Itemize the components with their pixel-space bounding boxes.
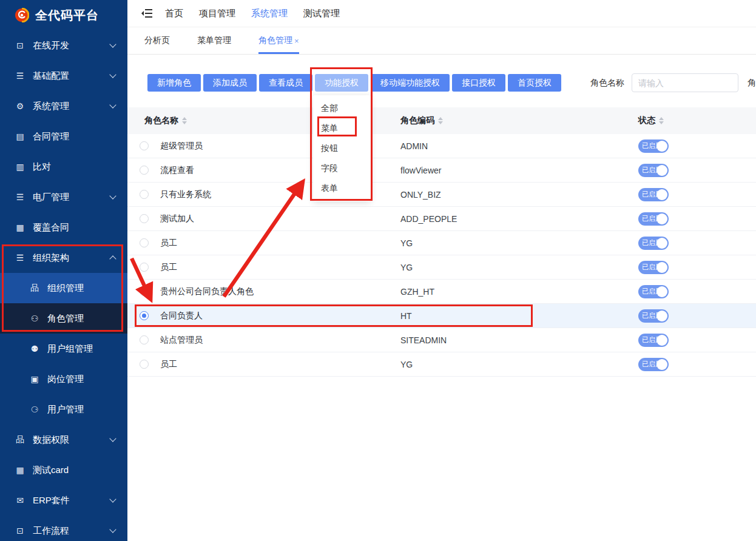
toggle-knob <box>656 213 667 224</box>
sidebar-item[interactable]: ⚙ 系统管理 <box>0 91 127 121</box>
status-toggle[interactable]: 已启用 <box>638 139 669 153</box>
sidebar-item[interactable]: ⊡ 在线开发 <box>0 30 127 61</box>
page-tab[interactable]: 菜单管理 <box>197 27 233 54</box>
table-row[interactable]: 员工 YG 已启用 <box>127 352 756 377</box>
dropdown-item[interactable]: 按钮 <box>313 138 371 158</box>
chevron-icon <box>109 526 116 533</box>
status-toggle[interactable]: 已启用 <box>638 237 669 250</box>
top-navbar: 首页 项目管理 系统管理 测试管理 <box>127 0 756 27</box>
sidebar-item[interactable]: ✉ ERP套件 <box>0 485 127 516</box>
table-row[interactable]: 站点管理员 SITEADMIN 已启用 <box>127 328 756 352</box>
sidebar-item[interactable]: ⚉ 用户组管理 <box>0 334 127 364</box>
calendar-icon: ▦ <box>15 465 25 475</box>
row-radio[interactable] <box>140 238 149 247</box>
sidebar-item[interactable]: ⚆ 用户管理 <box>0 394 127 425</box>
monitor-icon: ⊡ <box>15 526 25 536</box>
table-row[interactable]: 只有业务系统 ONLY_BIZ 已启用 <box>127 183 756 207</box>
role-code-cell: YG <box>400 360 638 369</box>
table-row[interactable]: 员工 YG 已启用 <box>127 255 756 280</box>
sidebar-item[interactable]: ▦ 覆盖合同 <box>0 212 127 243</box>
header-role-code[interactable]: 角色编码 <box>400 115 638 126</box>
status-toggle[interactable]: 已启用 <box>638 285 669 298</box>
sort-icons[interactable] <box>182 117 187 124</box>
status-toggle[interactable]: 已启用 <box>638 334 669 347</box>
sidebar-item[interactable]: 品 组织管理 <box>0 273 127 303</box>
row-radio[interactable] <box>140 263 149 272</box>
sort-icons[interactable] <box>659 117 664 124</box>
dropdown-item[interactable]: 菜单 <box>313 118 371 138</box>
status-toggle[interactable]: 已启用 <box>638 164 669 177</box>
role-icon: ⚇ <box>29 314 40 323</box>
toggle-knob <box>656 238 667 249</box>
sort-icons[interactable] <box>438 117 443 124</box>
toolbar-button[interactable]: 首页授权 <box>508 74 561 92</box>
sidebar-item[interactable]: ☰ 基础配置 <box>0 61 127 91</box>
table-row[interactable]: 合同负责人 HT 已启用 <box>127 304 756 328</box>
toolbar-button[interactable]: 查看成员 <box>259 74 312 92</box>
sidebar-item[interactable]: ▤ 合同管理 <box>0 121 127 152</box>
toolbar-button[interactable]: 接口授权 <box>452 74 505 92</box>
tab-label: 角色管理 <box>258 35 292 46</box>
status-toggle[interactable]: 已启用 <box>638 261 669 274</box>
table-body: 超级管理员 ADMIN 已启用 流程查看 flowViewer 已启用 <box>127 134 756 377</box>
row-radio[interactable] <box>140 360 149 369</box>
top-menu-item[interactable]: 首页 <box>165 8 183 19</box>
toolbar-button[interactable]: 移动端功能授权 <box>371 74 450 92</box>
brand-swirl-icon <box>15 8 29 22</box>
status-toggle[interactable]: 已启用 <box>638 212 669 226</box>
monitor-icon: ⊡ <box>15 41 25 50</box>
tab-label: 菜单管理 <box>197 35 231 46</box>
dropdown-item[interactable]: 表单 <box>313 178 371 198</box>
header-status[interactable]: 状态 <box>638 115 756 126</box>
sidebar-item[interactable]: ☰ 电厂管理 <box>0 182 127 212</box>
role-name-cell: 站点管理员 <box>160 335 400 346</box>
tab-close-icon[interactable]: × <box>294 36 299 45</box>
table-row[interactable]: 流程查看 flowViewer 已启用 <box>127 158 756 183</box>
table-row[interactable]: 测试加人 ADD_PEOPLE 已启用 <box>127 207 756 231</box>
sidebar-item[interactable]: ⚇ 角色管理 <box>0 303 127 334</box>
menu-icon: ☰ <box>15 192 25 202</box>
user-icon: ⚆ <box>29 405 40 414</box>
sidebar-item[interactable]: ▦ 测试card <box>0 455 127 485</box>
sidebar-item[interactable]: ▥ 比对 <box>0 152 127 182</box>
post-icon: ▣ <box>29 374 40 384</box>
row-radio[interactable] <box>140 166 149 175</box>
page-tab[interactable]: 分析页 <box>144 27 172 54</box>
toolbar-button[interactable]: 功能授权 <box>315 74 368 92</box>
top-menu-item[interactable]: 项目管理 <box>199 8 235 19</box>
contract-icon: ▤ <box>15 132 25 141</box>
row-radio[interactable] <box>140 141 149 150</box>
sidebar-item[interactable]: 品 数据权限 <box>0 425 127 455</box>
table-row[interactable]: 贵州公司合同负责人角色 GZH_HT 已启用 <box>127 280 756 304</box>
table-row[interactable]: 员工 YG 已启用 <box>127 231 756 255</box>
sidebar-nav: ⊡ 在线开发 ☰ 基础配置 ⚙ 系统管理 ▤ 合同管理 <box>0 30 127 541</box>
row-radio[interactable] <box>140 214 149 223</box>
row-radio[interactable] <box>140 311 149 320</box>
page-tab[interactable]: 角色管理 × <box>258 27 299 54</box>
clipped-next-label: 角 <box>748 78 756 89</box>
sidebar-item[interactable]: ▣ 岗位管理 <box>0 364 127 394</box>
top-menu-item[interactable]: 系统管理 <box>251 8 288 19</box>
status-toggle[interactable]: 已启用 <box>638 358 669 371</box>
sidebar-item[interactable]: ☰ 组织架构 <box>0 243 127 273</box>
collapse-menu-icon[interactable] <box>141 7 153 19</box>
main-area: 首页 项目管理 系统管理 测试管理 分析页 菜单管理 角色管理 × <box>127 0 756 541</box>
roles-table: 角色名称 角色编码 状态 超级管理员 ADMIN 已启用 <box>127 107 756 377</box>
dropdown-item[interactable]: 全部 <box>313 98 371 118</box>
row-radio[interactable] <box>140 287 149 296</box>
app-logo[interactable]: 全代码平台 <box>0 0 127 30</box>
top-menu-item[interactable]: 测试管理 <box>303 8 340 19</box>
role-name-label: 角色名称 <box>590 78 624 89</box>
toggle-knob <box>656 165 667 176</box>
sidebar-item[interactable]: ⊡ 工作流程 <box>0 516 127 541</box>
table-row[interactable]: 超级管理员 ADMIN 已启用 <box>127 134 756 158</box>
status-toggle[interactable]: 已启用 <box>638 309 669 323</box>
row-radio[interactable] <box>140 190 149 199</box>
dropdown-item[interactable]: 字段 <box>313 158 371 178</box>
toolbar-button[interactable]: 新增角色 <box>147 74 201 92</box>
toggle-knob <box>656 262 667 273</box>
status-toggle[interactable]: 已启用 <box>638 188 669 201</box>
role-name-input[interactable] <box>632 73 738 92</box>
row-radio[interactable] <box>140 335 149 344</box>
toolbar-button[interactable]: 添加成员 <box>203 74 257 92</box>
